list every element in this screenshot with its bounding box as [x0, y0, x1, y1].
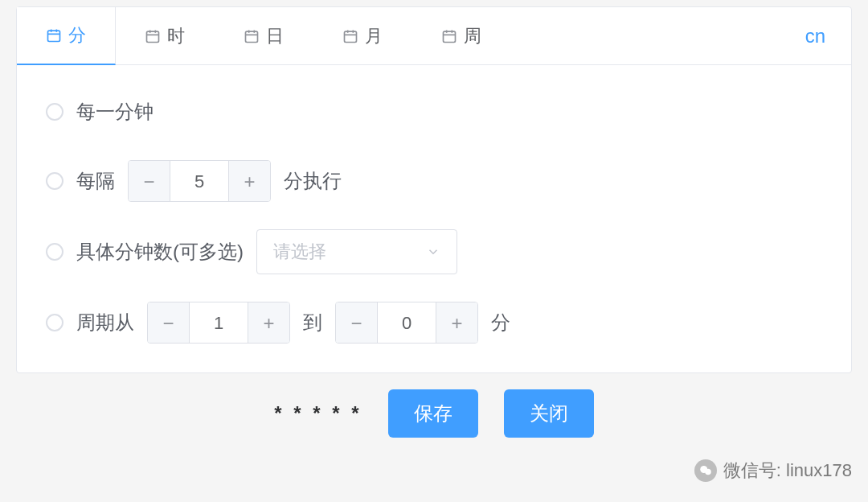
cycle-to-stepper: − + — [335, 302, 478, 344]
interval-input[interactable] — [170, 161, 228, 202]
svg-rect-0 — [48, 31, 60, 41]
interval-increment[interactable]: + — [228, 161, 270, 202]
specific-select[interactable]: 请选择 — [256, 229, 457, 274]
interval-stepper: − + — [128, 160, 271, 202]
option-interval-prefix: 每隔 — [76, 168, 115, 194]
svg-rect-8 — [246, 31, 258, 42]
tab-hour[interactable]: 时 — [116, 7, 215, 65]
option-every-minute-label: 每一分钟 — [76, 99, 154, 125]
panel-body: 每一分钟 每隔 − + 分执行 具体分钟数(可多选) 请选择 周 — [17, 65, 851, 372]
radio-interval[interactable] — [46, 172, 63, 190]
watermark: 微信号: linux178 — [694, 459, 852, 483]
interval-decrement[interactable]: − — [129, 161, 170, 202]
option-cycle-row: 周期从 − + 到 − + 分 — [46, 302, 822, 344]
tab-month[interactable]: 月 — [313, 7, 412, 65]
watermark-text: 微信号: linux178 — [723, 459, 852, 483]
cycle-to-decrement[interactable]: − — [336, 302, 378, 344]
cycle-from-increment[interactable]: + — [248, 302, 289, 344]
svg-point-21 — [705, 469, 711, 475]
tab-day-label: 日 — [266, 24, 284, 48]
cycle-to-input[interactable] — [378, 302, 436, 344]
tab-month-label: 月 — [365, 24, 383, 48]
chevron-down-icon — [426, 245, 440, 259]
cron-panel: 分 时 日 月 周 cn — [16, 6, 852, 373]
option-cycle-prefix: 周期从 — [76, 310, 134, 335]
calendar-icon — [145, 28, 161, 44]
tab-day[interactable]: 日 — [215, 7, 313, 65]
radio-specific[interactable] — [46, 243, 63, 261]
lang-toggle[interactable]: cn — [780, 25, 851, 47]
option-cycle-suffix: 分 — [491, 310, 510, 335]
option-cycle-mid: 到 — [303, 310, 322, 335]
calendar-icon — [441, 28, 457, 44]
calendar-icon — [244, 28, 260, 44]
save-button[interactable]: 保存 — [388, 389, 478, 438]
svg-rect-16 — [444, 31, 456, 42]
cycle-from-decrement[interactable]: − — [148, 302, 190, 344]
tab-hour-label: 时 — [167, 24, 185, 48]
footer: * * * * * 保存 关闭 — [0, 373, 868, 454]
specific-select-placeholder: 请选择 — [273, 240, 326, 264]
tab-week[interactable]: 周 — [412, 7, 511, 65]
option-interval-suffix: 分执行 — [284, 168, 342, 194]
calendar-icon — [46, 27, 62, 43]
option-interval-row: 每隔 − + 分执行 — [46, 160, 822, 202]
cycle-from-stepper: − + — [147, 302, 290, 344]
svg-rect-4 — [147, 31, 159, 42]
close-button[interactable]: 关闭 — [504, 389, 594, 438]
cron-expression: * * * * * — [274, 402, 362, 425]
calendar-icon — [342, 28, 358, 44]
tab-week-label: 周 — [464, 24, 481, 48]
svg-rect-12 — [345, 31, 357, 42]
option-every-minute-row: 每一分钟 — [46, 91, 822, 133]
cycle-from-input[interactable] — [190, 302, 248, 344]
tab-minute[interactable]: 分 — [17, 7, 116, 65]
radio-cycle[interactable] — [46, 314, 63, 331]
cycle-to-increment[interactable]: + — [436, 302, 477, 344]
wechat-icon — [694, 459, 717, 482]
tabs: 分 时 日 月 周 cn — [17, 7, 851, 65]
option-specific-label: 具体分钟数(可多选) — [76, 239, 244, 265]
option-specific-row: 具体分钟数(可多选) 请选择 — [46, 229, 822, 274]
tab-minute-label: 分 — [68, 23, 86, 47]
radio-every-minute[interactable] — [46, 103, 63, 121]
